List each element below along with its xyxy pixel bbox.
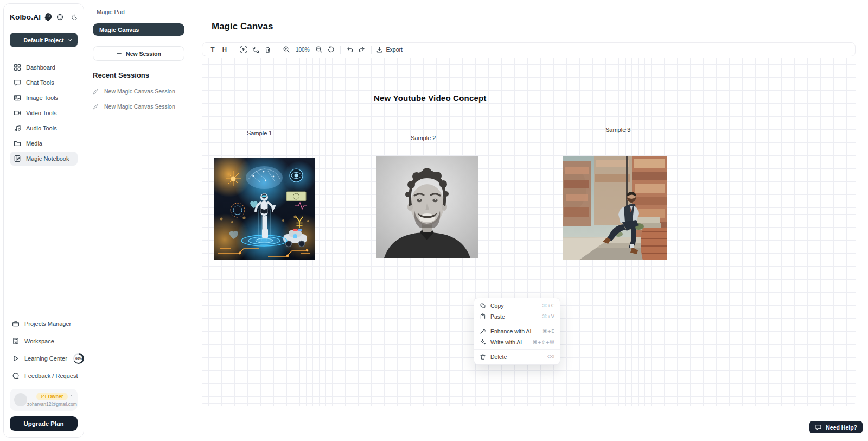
zoom-out-icon: [315, 46, 323, 53]
zoom-in-button[interactable]: [280, 44, 292, 55]
sidebar-item-learning-center[interactable]: Learning Center 66%: [10, 352, 78, 365]
sample-2-label[interactable]: Sample 2: [411, 135, 436, 141]
new-session-button[interactable]: New Session: [93, 46, 184, 61]
connector-nodes-icon: [252, 46, 259, 53]
sidebar-item-label: Learning Center: [24, 355, 67, 362]
sidebar-item-chat-tools[interactable]: Chat Tools: [10, 75, 78, 90]
menu-item-delete[interactable]: Delete ⌫: [474, 351, 560, 362]
plus-icon: [116, 51, 122, 56]
menu-item-paste[interactable]: Paste ⌘+V: [474, 311, 560, 322]
black-and-white-portrait-image: [376, 156, 478, 258]
sample-2-image[interactable]: [376, 156, 478, 258]
toolbar-divider: [371, 46, 372, 54]
sidebar-item-label: Audio Tools: [26, 125, 57, 131]
help-chat-bubble-icon: [815, 424, 822, 431]
zoom-in-icon: [283, 46, 290, 53]
brain-head-logo-icon: [44, 12, 53, 22]
chevron-down-icon: [68, 37, 73, 42]
reset-view-button[interactable]: [325, 44, 337, 55]
notebook-pen-icon: [14, 155, 21, 162]
export-button[interactable]: Export: [376, 46, 403, 53]
sidebar-footer-nav: Projects Manager Workspace Learning Cent…: [10, 317, 78, 382]
sample-3-label[interactable]: Sample 3: [605, 127, 630, 133]
text-tool-button[interactable]: T: [207, 44, 219, 55]
man-sitting-on-ruins-image: [563, 156, 667, 260]
sample-3-image[interactable]: [563, 156, 667, 260]
menu-divider: [474, 349, 560, 350]
sidebar-item-label: Video Tools: [26, 110, 56, 116]
canvas-text-title[interactable]: New Youtube Video Concept: [374, 93, 487, 103]
sidebar-item-label: Chat Tools: [26, 79, 54, 86]
sidebar-item-media[interactable]: Media: [10, 136, 78, 150]
need-help-button[interactable]: Need Help?: [809, 421, 863, 433]
chat-bubble-icon: [14, 79, 21, 86]
tab-magic-canvas[interactable]: Magic Canvas: [93, 23, 184, 36]
zoom-out-button[interactable]: [313, 44, 325, 55]
sidebar-item-label: Media: [26, 140, 42, 147]
toolbar-divider: [234, 46, 234, 54]
menu-item-enhance-with-ai[interactable]: Enhance with AI ⌘+E: [474, 326, 560, 337]
sidebar-item-workspace[interactable]: Workspace: [10, 335, 78, 348]
sample-1-image[interactable]: [214, 158, 315, 260]
context-menu: Copy ⌘+C Paste ⌘+V Enhance with AI ⌘+E W…: [474, 298, 560, 365]
menu-shortcut: ⌫: [547, 354, 554, 360]
session-list-item[interactable]: New Magic Canvas Session: [93, 103, 184, 110]
delete-tool-button[interactable]: [261, 44, 273, 55]
sidebar-item-label: Dashboard: [26, 64, 55, 71]
menu-shortcut: ⌘+C: [542, 303, 554, 308]
main-area: Magic Canvas T H 100% Export New Youtube…: [194, 0, 868, 441]
globe-icon[interactable]: [56, 14, 63, 21]
undo-button[interactable]: [344, 44, 356, 55]
clipboard-icon: [480, 313, 486, 320]
tab-magic-pad[interactable]: Magic Pad: [93, 8, 184, 16]
sparkles-icon: [480, 339, 486, 345]
session-list-item[interactable]: New Magic Canvas Session: [93, 88, 184, 94]
sidebar-item-video-tools[interactable]: Video Tools: [10, 106, 78, 120]
heading-tool-button[interactable]: H: [219, 44, 231, 55]
sidebar-item-magic-notebook[interactable]: Magic Notebook: [10, 152, 78, 166]
connector-tool-button[interactable]: [250, 44, 261, 55]
recent-sessions-title: Recent Sessions: [93, 71, 184, 79]
menu-shortcut: ⌘+E: [542, 329, 554, 334]
download-icon: [376, 46, 383, 53]
menu-item-label: Delete: [490, 354, 507, 360]
menu-item-copy[interactable]: Copy ⌘+C: [474, 300, 560, 311]
sidebar-item-image-tools[interactable]: Image Tools: [10, 91, 78, 105]
menu-item-write-with-ai[interactable]: Write with AI ⌘+⇧+W: [474, 337, 560, 348]
canvas-toolbar: T H 100% Export: [202, 42, 856, 56]
sidebar-item-feedback-request[interactable]: Feedback / Request: [10, 369, 78, 382]
select-tool-button[interactable]: [238, 44, 250, 55]
upgrade-plan-button[interactable]: Upgrade Plan: [10, 416, 78, 431]
magic-canvas-grid[interactable]: New Youtube Video Concept Sample 1 Sampl…: [202, 58, 856, 406]
sidebar-nav: Dashboard Chat Tools Image Tools Video T…: [10, 60, 78, 166]
video-camera-icon: [14, 109, 21, 117]
music-note-icon: [14, 124, 21, 132]
sample-1-label[interactable]: Sample 1: [247, 130, 272, 136]
project-selector-button[interactable]: Default Project: [10, 33, 78, 47]
sidebar-item-label: Projects Manager: [24, 320, 71, 327]
page-title: Magic Canvas: [212, 21, 273, 32]
ai-robot-collage-image: [214, 158, 315, 260]
sidebar-item-projects-manager[interactable]: Projects Manager: [10, 317, 78, 330]
redo-button[interactable]: [356, 44, 368, 55]
play-icon: [12, 355, 20, 362]
dark-mode-moon-icon[interactable]: [71, 14, 78, 21]
toolbar-divider: [277, 46, 277, 54]
sidebar-item-dashboard[interactable]: Dashboard: [10, 60, 78, 74]
sidebar-item-audio-tools[interactable]: Audio Tools: [10, 121, 78, 135]
user-account-card[interactable]: Owner zoharvan12@gmail.com: [10, 389, 78, 411]
new-session-label: New Session: [126, 51, 161, 57]
sidebar-item-label: Workspace: [24, 338, 54, 344]
user-email: zoharvan12@gmail.com: [27, 401, 77, 407]
left-sidebar: Kolbo.AI Default Project Dashboard Chat …: [3, 3, 84, 438]
pencil-icon: [93, 103, 99, 110]
menu-item-label: Write with AI: [490, 339, 522, 345]
chevron-up-icon: [70, 393, 74, 398]
sidebar-item-label: Feedback / Request: [24, 373, 78, 379]
learning-progress-badge: 66%: [73, 353, 84, 364]
copy-icon: [480, 303, 486, 309]
brand-logo-text: Kolbo.AI: [10, 13, 41, 21]
dashboard-icon: [14, 64, 21, 71]
pencil-icon: [93, 88, 99, 94]
avatar: [14, 393, 27, 406]
